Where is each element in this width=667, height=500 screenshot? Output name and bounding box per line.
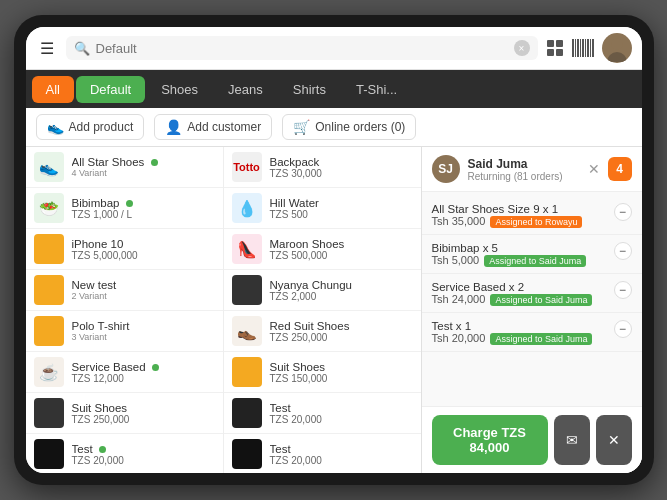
- add-product-label: Add product: [69, 120, 134, 134]
- list-item[interactable]: Test TZS 20,000: [26, 434, 223, 473]
- product-price: TZS 5,000,000: [72, 250, 215, 261]
- list-item[interactable]: 👟 All Star Shoes 4 Variant: [26, 147, 223, 188]
- add-product-button[interactable]: 👟 Add product: [36, 114, 145, 140]
- hamburger-icon[interactable]: ☰: [36, 37, 58, 60]
- product-col-right: Totto Backpack TZS 30,000 💧 Hill Water T…: [224, 147, 421, 473]
- grid-view-icon[interactable]: [546, 39, 564, 57]
- tab-default[interactable]: Default: [76, 76, 145, 103]
- list-item[interactable]: ☕ Service Based TZS 12,000: [26, 352, 223, 393]
- customer-close-button[interactable]: ✕: [588, 161, 600, 177]
- order-item-actions: −: [614, 203, 632, 221]
- product-name: Test: [270, 443, 413, 455]
- qty-decrease-button[interactable]: −: [614, 320, 632, 338]
- product-thumbnail: 👟: [34, 152, 64, 182]
- product-info: Test TZS 20,000: [270, 402, 413, 425]
- product-price: TZS 20,000: [270, 455, 413, 466]
- product-info: Bibimbap TZS 1,000 / L: [72, 197, 215, 220]
- tab-jeans[interactable]: Jeans: [214, 76, 277, 103]
- list-item[interactable]: 👠 Maroon Shoes TZS 500,000: [224, 229, 421, 270]
- product-status-dot: [126, 200, 133, 207]
- list-item[interactable]: New test 2 Variant: [26, 270, 223, 311]
- product-thumbnail: Totto: [232, 152, 262, 182]
- order-item-name: All Star Shoes Size 9 x 1: [432, 203, 608, 215]
- list-item[interactable]: Test TZS 20,000: [224, 434, 421, 473]
- product-thumbnail: 👠: [232, 234, 262, 264]
- product-info: Suit Shoes TZS 150,000: [270, 361, 413, 384]
- online-orders-button[interactable]: 🛒 Online orders (0): [282, 114, 416, 140]
- list-item[interactable]: 👞 Red Suit Shoes TZS 250,000: [224, 311, 421, 352]
- charge-button[interactable]: Charge TZS 84,000: [432, 415, 548, 465]
- product-name: Hill Water: [270, 197, 413, 209]
- svg-rect-5: [575, 39, 576, 57]
- product-info: Polo T-shirt 3 Variant: [72, 320, 215, 342]
- search-input[interactable]: [96, 41, 508, 56]
- tab-tshi[interactable]: T-Shi...: [342, 76, 411, 103]
- product-status-dot: [151, 159, 158, 166]
- product-info: Service Based TZS 12,000: [72, 361, 215, 384]
- product-price: TZS 30,000: [270, 168, 413, 179]
- svg-rect-11: [590, 39, 591, 57]
- list-item[interactable]: iPhone 10 TZS 5,000,000: [26, 229, 223, 270]
- list-item[interactable]: Suit Shoes TZS 150,000: [224, 352, 421, 393]
- tablet-frame: ☰ 🔍 × All Default Shoes: [14, 15, 654, 485]
- order-item: Test x 1 Tsh 20,000 Assigned to Said Jum…: [422, 313, 642, 352]
- list-item[interactable]: Polo T-shirt 3 Variant: [26, 311, 223, 352]
- list-item[interactable]: 💧 Hill Water TZS 500: [224, 188, 421, 229]
- order-item-badge: Assigned to Said Juma: [490, 294, 592, 306]
- tab-all[interactable]: All: [32, 76, 74, 103]
- shoe-icon: 👟: [47, 119, 64, 135]
- right-panel: SJ Said Juma Returning (81 orders) ✕ 4 A…: [422, 147, 642, 473]
- product-thumbnail: [232, 398, 262, 428]
- product-name: Suit Shoes: [270, 361, 413, 373]
- list-item[interactable]: 🥗 Bibimbap TZS 1,000 / L: [26, 188, 223, 229]
- customer-header: SJ Said Juma Returning (81 orders) ✕ 4: [422, 147, 642, 192]
- order-item-info: Test x 1 Tsh 20,000 Assigned to Said Jum…: [432, 320, 608, 344]
- user-avatar[interactable]: [602, 33, 632, 63]
- qty-decrease-button[interactable]: −: [614, 203, 632, 221]
- product-name: Polo T-shirt: [72, 320, 215, 332]
- cancel-button[interactable]: ✕: [596, 415, 632, 465]
- svg-point-13: [607, 52, 627, 62]
- svg-point-14: [611, 38, 623, 50]
- cart-icon: 🛒: [293, 119, 310, 135]
- list-item[interactable]: Test TZS 20,000: [224, 393, 421, 434]
- product-thumbnail: [34, 234, 64, 264]
- product-name: Nyanya Chungu: [270, 279, 413, 291]
- search-box: 🔍 ×: [66, 36, 538, 60]
- order-item-name: Test x 1: [432, 320, 608, 332]
- product-price: TZS 1,000 / L: [72, 209, 215, 220]
- product-price: TZS 20,000: [72, 455, 215, 466]
- list-item[interactable]: Suit Shoes TZS 250,000: [26, 393, 223, 434]
- add-customer-button[interactable]: 👤 Add customer: [154, 114, 272, 140]
- order-item: Service Based x 2 Tsh 24,000 Assigned to…: [422, 274, 642, 313]
- product-variant: 3 Variant: [72, 332, 215, 342]
- qty-decrease-button[interactable]: −: [614, 281, 632, 299]
- bottom-bar: Charge TZS 84,000 ✉ ✕: [422, 406, 642, 473]
- online-orders-label: Online orders (0): [315, 120, 405, 134]
- svg-rect-8: [582, 39, 584, 57]
- product-name: Test: [72, 443, 215, 455]
- email-button[interactable]: ✉: [554, 415, 590, 465]
- order-item: All Star Shoes Size 9 x 1 Tsh 35,000 Ass…: [422, 196, 642, 235]
- product-area: 👟 All Star Shoes 4 Variant 🥗 Bibimbap TZ…: [26, 147, 422, 473]
- product-thumbnail: [34, 439, 64, 469]
- product-name: All Star Shoes: [72, 156, 215, 168]
- qty-decrease-button[interactable]: −: [614, 242, 632, 260]
- barcode-icon[interactable]: [572, 39, 594, 57]
- product-thumbnail: [34, 275, 64, 305]
- product-col-left: 👟 All Star Shoes 4 Variant 🥗 Bibimbap TZ…: [26, 147, 224, 473]
- list-item[interactable]: Nyanya Chungu TZS 2,000: [224, 270, 421, 311]
- order-item-price: Tsh 20,000 Assigned to Said Juma: [432, 332, 608, 344]
- list-item[interactable]: Totto Backpack TZS 30,000: [224, 147, 421, 188]
- product-price: TZS 250,000: [270, 332, 413, 343]
- add-customer-label: Add customer: [187, 120, 261, 134]
- product-thumbnail: [34, 316, 64, 346]
- order-item-info: Service Based x 2 Tsh 24,000 Assigned to…: [432, 281, 608, 305]
- search-clear-button[interactable]: ×: [514, 40, 530, 56]
- tab-shirts[interactable]: Shirts: [279, 76, 340, 103]
- svg-rect-3: [556, 49, 563, 56]
- person-icon: 👤: [165, 119, 182, 135]
- tab-shoes[interactable]: Shoes: [147, 76, 212, 103]
- search-icon: 🔍: [74, 41, 90, 56]
- top-bar: ☰ 🔍 ×: [26, 27, 642, 70]
